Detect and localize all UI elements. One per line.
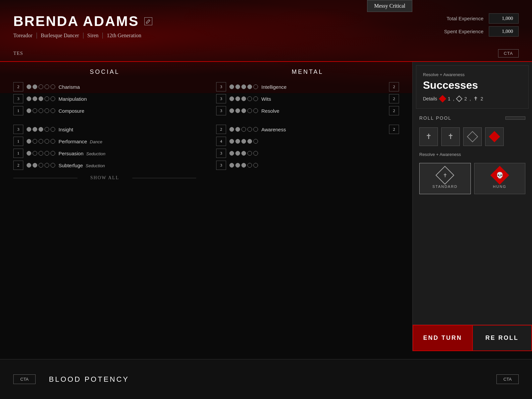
nav-cta-button[interactable]: CTA [498, 49, 519, 58]
dot[interactable] [45, 127, 49, 132]
dot[interactable] [253, 96, 258, 101]
stat-row-mental-skill-3: 3 [216, 149, 399, 158]
outline-count: 2 [464, 96, 467, 101]
hungry-dice-button[interactable]: 💀 HUNG [474, 163, 526, 194]
dot[interactable] [27, 108, 31, 113]
standard-inner: ✝ [440, 171, 450, 180]
dot[interactable] [241, 108, 246, 113]
dot[interactable] [229, 139, 234, 144]
dot[interactable] [33, 127, 37, 132]
dot[interactable] [39, 139, 43, 144]
dot[interactable] [39, 127, 43, 132]
dot[interactable] [235, 108, 240, 113]
dot[interactable] [229, 108, 234, 113]
dot[interactable] [45, 163, 49, 168]
dot[interactable] [247, 96, 252, 101]
dot[interactable] [51, 96, 55, 101]
dot[interactable] [33, 84, 37, 89]
dot[interactable] [241, 151, 246, 156]
stat-row-composure: 1 Composure [13, 106, 196, 115]
dot[interactable] [241, 84, 246, 89]
standard-dice-button[interactable]: ✝ STANDARD [419, 163, 471, 194]
spent-exp-value: 1,000 [489, 26, 519, 37]
dot[interactable] [235, 163, 240, 168]
dot[interactable] [235, 151, 240, 156]
roll-pool-section: ROLL POOL [413, 112, 532, 124]
dot[interactable] [253, 127, 258, 132]
roll-pool-value[interactable] [505, 116, 525, 120]
dot[interactable] [45, 139, 49, 144]
dot[interactable] [241, 96, 246, 101]
mental-skill3-dots [229, 151, 258, 156]
dot[interactable] [27, 84, 31, 89]
dot[interactable] [33, 96, 37, 101]
dot[interactable] [229, 127, 234, 132]
awareness-name: Awareness [261, 127, 382, 132]
dot[interactable] [247, 127, 252, 132]
re-roll-button[interactable]: RE ROLL [473, 325, 532, 351]
dot[interactable] [247, 163, 252, 168]
dot[interactable] [27, 96, 31, 101]
dot[interactable] [51, 108, 55, 113]
dot[interactable] [45, 96, 49, 101]
dot[interactable] [235, 127, 240, 132]
dot[interactable] [241, 163, 246, 168]
dot[interactable] [229, 151, 234, 156]
social-title: SOCIAL [13, 68, 196, 75]
dot[interactable] [253, 163, 258, 168]
messy-critical-tab[interactable]: Messy Critical [367, 0, 412, 12]
edit-button[interactable] [144, 17, 152, 25]
stat-row-persuasion: 1 Persuasion Seduction [13, 149, 196, 158]
dot[interactable] [45, 151, 49, 156]
dot[interactable] [27, 127, 31, 132]
dot[interactable] [51, 151, 55, 156]
dot[interactable] [45, 84, 49, 89]
dot[interactable] [247, 151, 252, 156]
dot[interactable] [33, 139, 37, 144]
dot[interactable] [229, 96, 234, 101]
dot[interactable] [241, 127, 246, 132]
dot[interactable] [39, 163, 43, 168]
dot[interactable] [51, 84, 55, 89]
dot[interactable] [27, 163, 31, 168]
dot[interactable] [247, 84, 252, 89]
dot[interactable] [253, 84, 258, 89]
dot[interactable] [33, 108, 37, 113]
dot[interactable] [51, 127, 55, 132]
dot[interactable] [235, 96, 240, 101]
dot[interactable] [253, 139, 258, 144]
dot[interactable] [27, 151, 31, 156]
dot[interactable] [39, 84, 43, 89]
dot[interactable] [235, 139, 240, 144]
dot[interactable] [229, 84, 234, 89]
nav-item-tes[interactable]: TES [13, 51, 23, 56]
dot[interactable] [253, 151, 258, 156]
dot[interactable] [33, 163, 37, 168]
dot[interactable] [51, 139, 55, 144]
dot[interactable] [247, 108, 252, 113]
mental-skill4-value: 3 [216, 161, 226, 170]
dot[interactable] [51, 163, 55, 168]
die-3 [463, 127, 482, 146]
dot[interactable] [39, 108, 43, 113]
bottom-cta-left[interactable]: CTA [13, 374, 36, 384]
dot[interactable] [33, 151, 37, 156]
dot[interactable] [253, 108, 258, 113]
dot[interactable] [235, 84, 240, 89]
standard-label: STANDARD [432, 185, 458, 189]
skull-icon: 💀 [490, 166, 509, 185]
dot[interactable] [247, 139, 252, 144]
dot[interactable] [39, 151, 43, 156]
bottom-cta-right[interactable]: CTA [496, 374, 519, 384]
show-all-button[interactable]: SHOW ALL [13, 175, 196, 181]
dot[interactable] [27, 139, 31, 144]
die-diamond-icon [467, 131, 478, 142]
dot[interactable] [45, 108, 49, 113]
dot[interactable] [241, 139, 246, 144]
die-2: ✝ [441, 127, 460, 146]
dot[interactable] [39, 96, 43, 101]
insight-dots [27, 127, 55, 132]
dot[interactable] [229, 163, 234, 168]
end-turn-button[interactable]: END TURN [413, 325, 473, 351]
subterfuge-value: 2 [13, 161, 23, 170]
